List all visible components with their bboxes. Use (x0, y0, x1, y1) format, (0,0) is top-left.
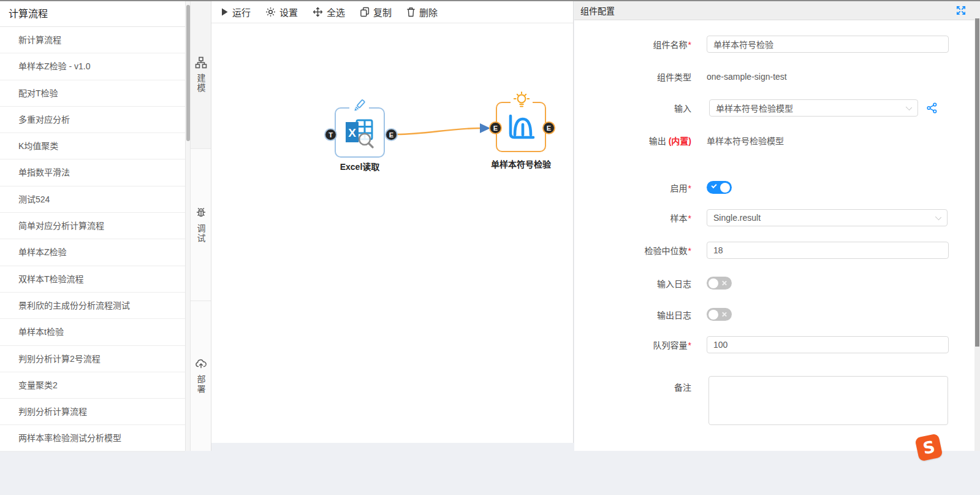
tab-deploy-label: 部署 (195, 375, 207, 394)
lightbulb-icon[interactable] (511, 91, 533, 110)
field-remark: 备注 (574, 376, 948, 425)
input-select[interactable]: 单样本符号检验模型 (709, 99, 918, 117)
canvas-toolbar: 运行 设置 全选 (211, 1, 573, 23)
tab-debug-label: 调试 (195, 224, 207, 244)
edit-pencil-icon[interactable] (349, 98, 369, 113)
panel-scrollbar-thumb[interactable] (975, 18, 979, 347)
node-label-excel: Excel读取 (311, 160, 409, 172)
toggle-knob (708, 278, 718, 288)
component-type-label: 组件类型 (574, 71, 691, 83)
field-input: 输入 单样本符号检验模型 (574, 99, 937, 117)
sample-select[interactable]: Single.result (707, 209, 948, 226)
node-excel-reader[interactable]: X (335, 107, 385, 158)
remark-textarea[interactable] (708, 376, 948, 425)
field-median: 检验中位数* (574, 242, 949, 259)
panel-title: 组件配置 (580, 4, 615, 17)
queue-input[interactable] (707, 336, 949, 353)
component-type-value: one-sample-sign-test (707, 72, 787, 82)
x-icon (721, 280, 727, 286)
flow-list-sidebar: 计算流程 新计算流程 单样本Z检验 - v1.0 配对T检验 多重对应分析 K均… (0, 1, 186, 451)
chevron-down-icon (906, 104, 912, 110)
sample-select-value: Single.result (713, 213, 761, 223)
sidebar-item[interactable]: 测试524 (0, 186, 185, 213)
check-icon (711, 183, 716, 188)
sidebar-item[interactable]: 单样本t检验 (0, 319, 185, 345)
sidebar-item[interactable]: 变量聚类2 (0, 372, 185, 399)
delete-button[interactable]: 删除 (406, 6, 438, 18)
sidebar-item[interactable]: 判别分析计算2号流程 (0, 346, 185, 372)
field-enabled: 启用* (574, 181, 732, 194)
field-output-log: 输出日志 (574, 308, 732, 321)
required-asterisk: * (688, 246, 691, 256)
settings-button[interactable]: 设置 (265, 6, 298, 18)
output-log-toggle[interactable] (707, 308, 732, 321)
sidebar-item[interactable]: 新计算流程 (0, 27, 185, 53)
input-log-toggle[interactable] (707, 277, 732, 290)
sidebar-item[interactable]: 配对T检验 (0, 80, 185, 107)
sidebar-item[interactable]: K均值聚类 (0, 133, 185, 159)
sidebar-title: 计算流程 (0, 1, 185, 27)
input-log-label: 输入日志 (574, 277, 691, 290)
input-select-value: 单样本符号检验模型 (716, 102, 793, 114)
sidebar-item[interactable]: 双样本T检验流程 (0, 266, 185, 293)
output-builtin-tag: (内置) (669, 136, 691, 146)
component-name-input[interactable] (707, 36, 949, 53)
sidebar-item[interactable]: 单指数平滑法 (0, 159, 185, 186)
median-input[interactable] (707, 242, 949, 259)
component-config-panel: 组件配置 组件名称* 组件类型 one-sample-sign-test 输入 … (574, 1, 974, 451)
sidebar-item[interactable]: 单样本Z检验 - v1.0 (0, 53, 185, 80)
sidebar-item[interactable]: 景利欣的主成份分析流程测试 (0, 293, 185, 319)
sample-label: 样本 (670, 213, 688, 223)
chevron-down-icon (935, 214, 941, 220)
run-label: 运行 (232, 6, 251, 18)
select-all-label: 全选 (327, 6, 345, 18)
run-button[interactable]: 运行 (220, 6, 251, 18)
required-asterisk: * (688, 183, 691, 193)
output-log-label: 输出日志 (574, 309, 691, 321)
node-label-sign-test: 单样本符号检验 (472, 158, 570, 170)
output-label: 输出 (649, 136, 666, 146)
share-icon[interactable] (927, 102, 937, 113)
port-signtest-left[interactable]: E (489, 121, 502, 134)
sidebar-item[interactable]: 单样本Z检验 (0, 239, 185, 266)
sidebar-item[interactable]: 两样本率检验测试分析模型 (0, 425, 185, 451)
copy-button[interactable]: 复制 (360, 6, 392, 18)
expand-icon[interactable] (956, 6, 966, 15)
sidebar-item[interactable]: 判别分析计算流程 (0, 399, 185, 425)
enabled-toggle[interactable] (707, 181, 732, 194)
tab-deploy[interactable]: 部署 (191, 301, 211, 450)
input-label: 输入 (574, 102, 691, 114)
tab-modeling-label: 建模 (195, 74, 207, 93)
field-queue: 队列容量* (574, 336, 949, 353)
enabled-label: 启用 (670, 183, 688, 193)
required-asterisk: * (688, 213, 691, 223)
select-all-button[interactable]: 全选 (313, 6, 345, 18)
sidebar-item[interactable]: 简单对应分析计算流程 (0, 213, 185, 239)
sidebar-item[interactable]: 多重对应分析 (0, 107, 185, 133)
flow-canvas-area: 运行 设置 全选 (211, 1, 574, 443)
toggle-knob (720, 183, 730, 193)
sidebar-scrollbar-thumb[interactable] (186, 5, 190, 141)
field-input-log: 输入日志 (574, 277, 732, 290)
copy-label: 复制 (373, 6, 392, 18)
toggle-knob (708, 310, 718, 320)
sitemap-icon (195, 56, 207, 69)
settings-label: 设置 (279, 6, 298, 18)
tab-debug[interactable]: 调试 (191, 149, 211, 301)
delete-label: 删除 (419, 6, 438, 18)
port-excel-left[interactable]: T (324, 128, 337, 141)
panel-header: 组件配置 (574, 1, 974, 20)
tab-modeling[interactable]: 建模 (191, 1, 211, 149)
field-component-name: 组件名称* (574, 36, 949, 53)
brand-logo: S (914, 433, 943, 461)
flow-edge (211, 1, 574, 443)
field-component-type: 组件类型 one-sample-sign-test (574, 70, 787, 83)
cloud-upload-icon (195, 358, 207, 370)
run-icon (220, 7, 229, 17)
mode-strip: 建模 调试 部署 (191, 1, 211, 451)
logo-letter: S (921, 437, 936, 458)
queue-label: 队列容量 (653, 340, 688, 350)
required-asterisk: * (688, 40, 691, 50)
port-signtest-right[interactable]: E (542, 121, 555, 134)
port-excel-right[interactable]: E (385, 128, 398, 141)
